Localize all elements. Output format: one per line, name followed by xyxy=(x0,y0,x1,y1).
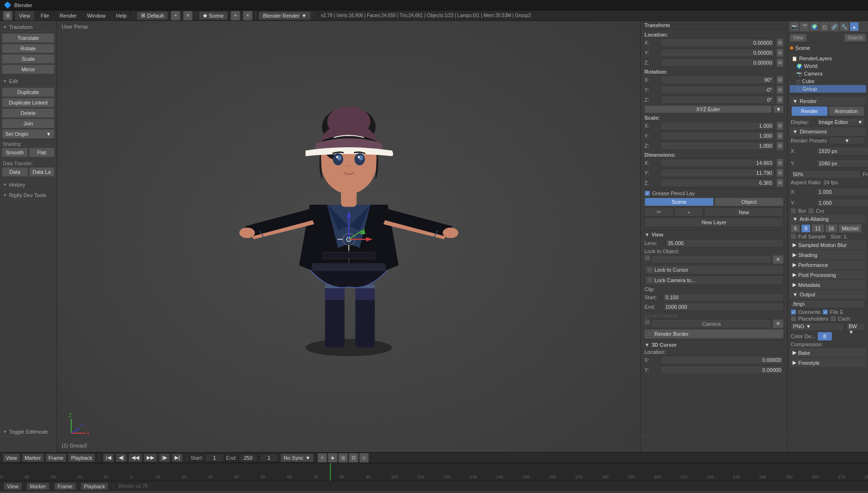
rot-y-input[interactable] xyxy=(661,85,775,94)
aa-8-btn[interactable]: 8 xyxy=(801,224,811,233)
crop-cb[interactable] xyxy=(808,208,814,214)
tl-icon2[interactable]: ◈ xyxy=(328,453,337,463)
duplicate-linked-btn[interactable]: Duplicate Linked xyxy=(2,98,55,107)
scale-x-input[interactable] xyxy=(661,122,775,130)
view-section-header[interactable]: ▼ View xyxy=(644,232,784,237)
marker-btn[interactable]: Marker xyxy=(22,454,44,462)
statusbar-marker-btn[interactable]: Marker xyxy=(27,483,49,490)
translate-btn[interactable]: Translate xyxy=(2,33,55,43)
aspect-x-input[interactable] xyxy=(816,188,868,196)
world-icon-btn[interactable]: 🌍 xyxy=(810,22,819,31)
object-icon-btn[interactable]: ◻ xyxy=(820,22,829,31)
loc-y-input[interactable] xyxy=(661,48,775,57)
shading-header[interactable]: ▶ Shading xyxy=(790,250,866,259)
scale-y-copy[interactable]: ⧉ xyxy=(776,132,784,140)
engine-dropdown[interactable]: Blender Render ▼ xyxy=(259,11,311,20)
step-back-btn[interactable]: ◀| xyxy=(116,454,127,462)
bake-header[interactable]: ▶ Bake xyxy=(790,348,866,357)
scale-x-copy[interactable]: ⧉ xyxy=(776,122,784,130)
viewport[interactable]: User Persp xyxy=(57,21,640,452)
performance-header[interactable]: ▶ Performance xyxy=(790,260,866,269)
file-e-cb[interactable]: ✓ xyxy=(822,309,828,315)
color-depth-input[interactable] xyxy=(818,332,832,341)
loc-x-copy[interactable]: ⧉ xyxy=(776,38,784,47)
edit-section-header[interactable]: ▼ Edit xyxy=(2,77,55,86)
freestyle-header[interactable]: ▶ Freestyle xyxy=(790,358,866,367)
scene-icon-btn[interactable]: 🎬 xyxy=(800,22,809,31)
data-icon-btn[interactable]: ▲ xyxy=(849,22,859,31)
dim-z-input[interactable] xyxy=(661,179,775,187)
aa-mitchell-btn[interactable]: Mitchel xyxy=(839,224,862,233)
group-item[interactable]: ⬡ Group xyxy=(790,85,866,93)
file-menu-item[interactable]: File xyxy=(37,12,53,19)
scale-z-input[interactable] xyxy=(661,142,775,150)
search-btn[interactable]: Search xyxy=(844,34,866,42)
rot-x-copy[interactable]: ⧉ xyxy=(776,76,784,84)
gp-new-btn[interactable]: New xyxy=(704,208,784,217)
rigify-section[interactable]: ▼ Rigify Dev Tools xyxy=(2,191,55,200)
loc-z-input[interactable] xyxy=(661,58,775,67)
mirror-btn[interactable]: Mirror xyxy=(2,65,55,74)
dim-x-copy[interactable]: ⧉ xyxy=(776,159,784,167)
render-icon-btn[interactable]: 📷 xyxy=(790,22,799,31)
rot-z-copy[interactable]: ⧉ xyxy=(776,95,784,104)
modifiers-icon-btn[interactable]: 🔧 xyxy=(840,22,849,31)
lock-camera-btn[interactable]: Lock Camera to... xyxy=(644,275,784,285)
step-fwd-btn[interactable]: |▶ xyxy=(159,454,170,462)
res-y-input[interactable] xyxy=(816,159,868,168)
gp-pencil-icon-btn[interactable]: ✏ xyxy=(644,208,673,217)
render-menu-item[interactable]: Render xyxy=(56,12,80,19)
aa-11-btn[interactable]: 11 xyxy=(812,224,824,233)
rotate-btn[interactable]: Rotate xyxy=(2,44,55,53)
render-border-btn[interactable]: Render Border xyxy=(644,329,784,339)
jump-end-btn[interactable]: ▶| xyxy=(172,454,183,462)
camera-select-btn[interactable]: Camera xyxy=(651,319,772,328)
join-btn[interactable]: Join xyxy=(2,119,55,128)
scale-y-input[interactable] xyxy=(661,132,775,140)
dim-y-copy[interactable]: ⧉ xyxy=(776,169,784,177)
add-layout-btn[interactable]: + xyxy=(171,11,180,20)
viewport-canvas[interactable]: User Persp xyxy=(57,21,640,452)
aspect-y-input[interactable] xyxy=(816,199,868,207)
png-dropdown[interactable]: PNG ▼ xyxy=(791,322,844,331)
border-cb[interactable] xyxy=(791,208,796,214)
aa-5-btn[interactable]: 5 xyxy=(791,224,800,233)
metadata-header[interactable]: ▶ Metadata xyxy=(790,280,866,289)
data-la-btn[interactable]: Data La xyxy=(29,167,55,177)
toggle-editmode-section[interactable]: ▼ Toggle Editmode xyxy=(2,427,57,436)
play-btn[interactable]: ▶▶ xyxy=(144,454,157,462)
data-btn[interactable]: Data xyxy=(2,167,28,177)
lens-input[interactable] xyxy=(665,239,784,247)
loc-y-copy[interactable]: ⧉ xyxy=(776,48,784,57)
clip-end-input[interactable] xyxy=(663,303,784,311)
tl-current-frame[interactable] xyxy=(260,454,279,462)
timeline-ruler[interactable]: -50-40-30-20-100102030405060708090100110… xyxy=(0,463,868,481)
statusbar-view-btn[interactable]: View xyxy=(4,483,22,490)
camera-remove-btn[interactable]: ✕ xyxy=(773,319,784,328)
dimensions-header[interactable]: ▼ Dimensions xyxy=(790,127,866,136)
res-x-input[interactable] xyxy=(816,147,868,155)
dim-x-input[interactable] xyxy=(661,159,775,167)
display-dropdown[interactable]: Image Editor ▼ xyxy=(816,118,865,126)
jump-start-btn[interactable]: |◀ xyxy=(103,454,114,462)
rot-z-input[interactable] xyxy=(661,95,775,104)
delete-btn[interactable]: Delete xyxy=(2,108,55,118)
window-menu-item[interactable]: Window xyxy=(83,12,109,19)
tl-start-input[interactable] xyxy=(205,454,224,462)
help-menu-item[interactable]: Help xyxy=(112,12,131,19)
duplicate-btn[interactable]: Duplicate xyxy=(2,87,55,97)
gp-new-layer-btn[interactable]: New Layer xyxy=(644,218,784,227)
gp-checkbox[interactable]: ✓ xyxy=(644,190,650,196)
smooth-btn[interactable]: Smooth xyxy=(2,148,28,157)
tl-icon5[interactable]: ◇ xyxy=(359,453,369,463)
camera-item[interactable]: 📷 Camera xyxy=(790,70,866,77)
transform-section-header[interactable]: ▼ Transform xyxy=(2,23,55,32)
dim-y-input[interactable] xyxy=(661,169,775,177)
gp-scene-tab[interactable]: Scene xyxy=(644,198,714,206)
overwrite-cb[interactable]: ✓ xyxy=(791,309,796,315)
sync-dropdown[interactable]: No Sync ▼ xyxy=(280,454,314,462)
file-menu[interactable]: View xyxy=(15,11,34,20)
render-presets-btn[interactable]: ▼ xyxy=(829,137,865,144)
view-btn[interactable]: View xyxy=(790,34,807,42)
bw-dropdown[interactable]: BW ▼ xyxy=(846,322,865,331)
